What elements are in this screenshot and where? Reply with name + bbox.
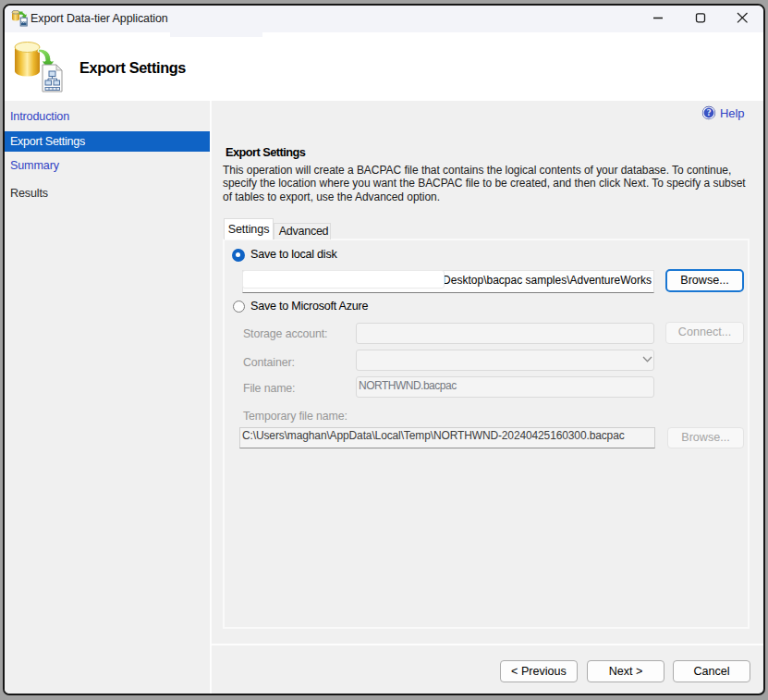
svg-text:?: ? xyxy=(707,108,712,117)
